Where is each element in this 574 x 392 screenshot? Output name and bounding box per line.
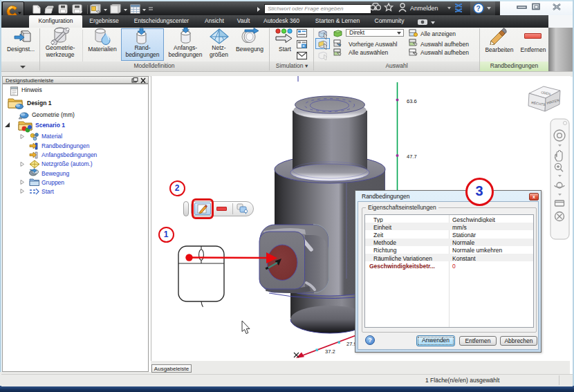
svg-text:Anmelden: Anmelden xyxy=(410,5,438,12)
svg-text:?: ? xyxy=(476,5,481,12)
svg-text:47.7: 47.7 xyxy=(407,153,417,160)
svg-text:37.2: 37.2 xyxy=(325,348,335,355)
svg-text:63.6: 63.6 xyxy=(407,98,417,104)
